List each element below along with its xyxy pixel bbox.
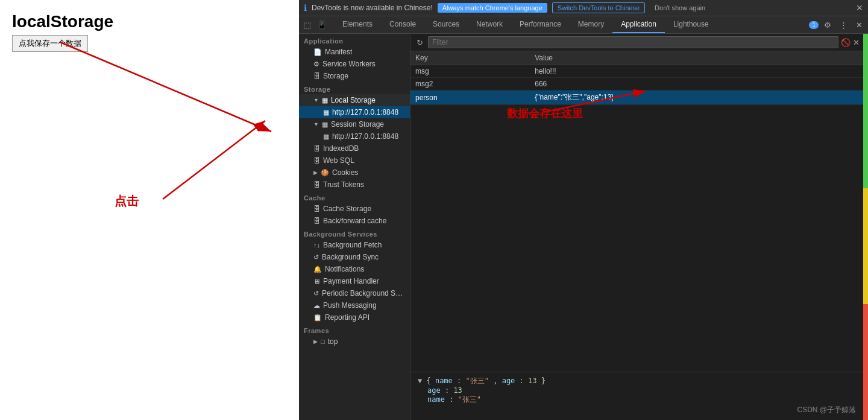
filter-clear-button[interactable]: 🚫 (841, 38, 851, 47)
table-cell-value: {"name":"张三","age":13} (530, 91, 863, 105)
web-sql-icon: 🗄 (313, 157, 320, 164)
local-storage-table: Key Value msghello!!!msg2666person{"name… (410, 51, 863, 105)
sidebar-reporting-api-label: Reporting API (325, 313, 370, 322)
save-button[interactable]: 点我保存一个数据 (12, 35, 88, 52)
section-cache: Cache (299, 191, 410, 203)
filter-input[interactable] (428, 36, 838, 48)
sidebar-item-session-storage[interactable]: ▼ ▦ Session Storage (299, 118, 410, 130)
top-frame-expand: ▶ (313, 339, 318, 345)
sidebar-top-frame-label: top (328, 337, 338, 346)
sidebar-item-storage[interactable]: 🗄 Storage (299, 70, 410, 82)
trust-tokens-icon: 🗄 (313, 181, 320, 188)
annotation-arrows (0, 0, 299, 420)
always-match-button[interactable]: Always match Chrome's language (438, 3, 547, 13)
svg-line-2 (60, 42, 271, 132)
json-name-val: "张三" (466, 377, 489, 385)
tab-console[interactable]: Console (381, 16, 424, 33)
json-colon2: : (520, 377, 528, 385)
storage-table: Key Value msghello!!!msg2666person{"name… (410, 51, 863, 372)
sidebar-item-session-storage-url[interactable]: ▦ http://127.0.0.1:8848 (299, 130, 410, 142)
cache-storage-icon: 🗄 (313, 205, 320, 212)
local-storage-expand: ▼ (313, 97, 319, 103)
json-obj-key: { (426, 377, 430, 385)
section-storage: Storage (299, 82, 410, 94)
tab-performance[interactable]: Performance (511, 16, 570, 33)
table-cell-value: 666 (530, 78, 863, 91)
switch-devtools-button[interactable]: Switch DevTools to Chinese (552, 2, 645, 13)
table-cell-key: msg2 (410, 78, 530, 91)
csdn-watermark: CSDN @子予鲸落 (797, 405, 856, 415)
sidebar-bg-fetch-label: Background Fetch (323, 241, 382, 249)
inspect-icon[interactable]: ⬚ (301, 17, 313, 33)
col-header-value: Value (530, 51, 863, 65)
tab-elements[interactable]: Elements (334, 16, 381, 33)
color-bar (863, 34, 868, 420)
table-row[interactable]: person{"name":"张三","age":13} (410, 91, 863, 105)
sidebar-item-web-sql[interactable]: 🗄 Web SQL (299, 154, 410, 167)
reporting-api-icon: 📋 (313, 314, 322, 322)
section-frames: Frames (299, 323, 410, 336)
section-application: Application (299, 34, 410, 46)
sidebar-payment-handler-label: Payment Handler (323, 277, 379, 285)
table-cell-key: person (410, 91, 530, 105)
tab-network[interactable]: Network (468, 16, 511, 33)
close-devtools-button[interactable]: ✕ (853, 17, 866, 33)
table-cell-value: hello!!! (530, 65, 863, 78)
sidebar-item-top-frame[interactable]: ▶ □ top (299, 336, 410, 348)
more-button[interactable]: ⋮ (837, 17, 851, 33)
table-row[interactable]: msghello!!! (410, 65, 863, 78)
sidebar-item-cache-storage[interactable]: 🗄 Cache Storage (299, 203, 410, 215)
json-line-3: name : "张三" (418, 395, 856, 405)
tab-sources[interactable]: Sources (424, 16, 468, 33)
dont-show-button[interactable]: Don't show again (650, 3, 710, 13)
sidebar-item-push-messaging[interactable]: ☁ Push Messaging (299, 299, 410, 311)
json-age-number: 13 (453, 386, 462, 395)
json-line-1: ▼ { name : "张三" , age : 13 } (418, 376, 856, 386)
sidebar: Application 📄 Manifest ⚙ Service Workers… (299, 34, 410, 420)
service-workers-icon: ⚙ (313, 60, 319, 68)
sidebar-item-indexeddb[interactable]: 🗄 IndexedDB (299, 142, 410, 154)
device-icon[interactable]: 📱 (315, 17, 329, 33)
svg-line-3 (163, 121, 265, 199)
json-name-key: name (435, 377, 453, 385)
json-colon1: : (457, 377, 465, 385)
json-colon3: : (445, 386, 453, 395)
cookies-icon: 🍪 (321, 169, 329, 177)
tab-memory[interactable]: Memory (570, 16, 612, 33)
sidebar-indexeddb-label: IndexedDB (323, 144, 359, 153)
tab-bar-icons: ⬚ 📱 (301, 17, 329, 33)
json-age-val: 13 (528, 377, 536, 385)
settings-button[interactable]: ⚙ (821, 17, 834, 33)
session-storage-expand: ▼ (313, 121, 319, 127)
sidebar-item-bfcache[interactable]: 🗄 Back/forward cache (299, 215, 410, 227)
sidebar-item-bg-sync[interactable]: ↺ Background Sync (299, 251, 410, 263)
json-age-label: age (427, 386, 441, 395)
tab-application[interactable]: Application (612, 16, 665, 33)
sidebar-item-payment-handler[interactable]: 🖥 Payment Handler (299, 275, 410, 287)
json-name-label: name (427, 395, 445, 404)
indexeddb-icon: 🗄 (313, 145, 320, 152)
json-line-2: age : 13 (418, 386, 856, 395)
sidebar-cookies-label: Cookies (332, 168, 358, 177)
refresh-button[interactable]: ↻ (414, 37, 426, 48)
sidebar-item-local-storage-url[interactable]: ▦ http://127.0.0.1:8848 (299, 106, 410, 118)
tab-lighthouse[interactable]: Lighthouse (665, 16, 717, 33)
sidebar-item-service-workers[interactable]: ⚙ Service Workers (299, 58, 410, 70)
sidebar-item-manifest[interactable]: 📄 Manifest (299, 46, 410, 58)
sidebar-item-trust-tokens[interactable]: 🗄 Trust Tokens (299, 179, 410, 191)
json-colon4: : (449, 395, 458, 404)
sidebar-item-cookies[interactable]: ▶ 🍪 Cookies (299, 167, 410, 179)
sidebar-item-notifications[interactable]: 🔔 Notifications (299, 263, 410, 275)
table-row[interactable]: msg2666 (410, 78, 863, 91)
sidebar-cache-storage-label: Cache Storage (323, 205, 371, 213)
sidebar-item-bg-fetch[interactable]: ↑↓ Background Fetch (299, 239, 410, 251)
sidebar-item-periodic-bg-sync[interactable]: ↺ Periodic Background Sync (299, 287, 410, 299)
json-age-key: age (502, 377, 515, 385)
filter-x-button[interactable]: ✕ (853, 38, 860, 47)
sidebar-periodic-bg-sync-label: Periodic Background Sync (322, 289, 405, 298)
storage-icon: 🗄 (313, 72, 320, 80)
manifest-icon: 📄 (313, 48, 322, 56)
sidebar-item-reporting-api[interactable]: 📋 Reporting API (299, 311, 410, 323)
sidebar-item-local-storage[interactable]: ▼ ▦ Local Storage (299, 94, 410, 106)
info-bar-close[interactable]: ✕ (856, 3, 863, 13)
